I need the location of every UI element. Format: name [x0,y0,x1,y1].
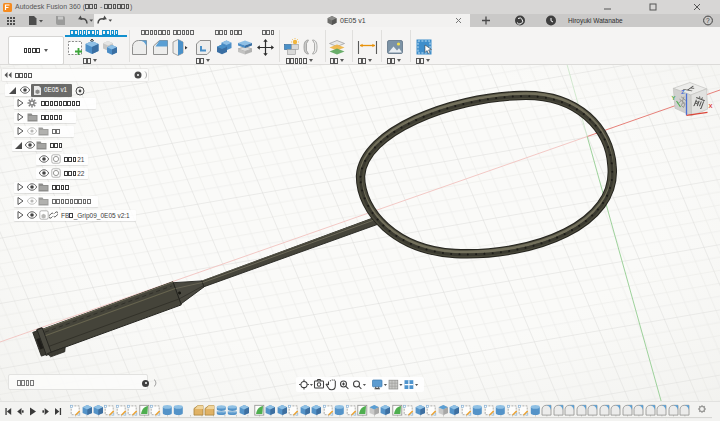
svg-text:X: X [709,103,713,109]
svg-text:?: ? [706,17,710,24]
svg-text:Hiroyuki Watanabe: Hiroyuki Watanabe [568,17,623,25]
svg-text:Y: Y [672,95,676,101]
svg-text:Z: Z [681,89,685,95]
